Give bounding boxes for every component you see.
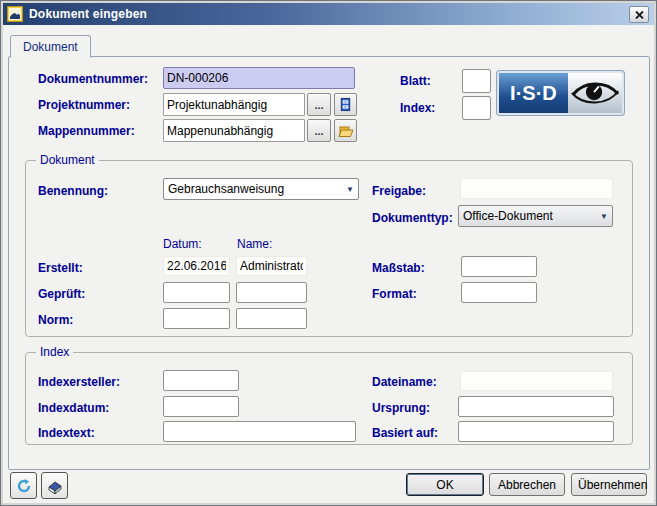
geprueft-label: Geprüft: (38, 287, 85, 301)
basiert-auf-input[interactable] (458, 421, 614, 442)
cabinet-icon (338, 97, 353, 112)
close-icon (635, 11, 644, 19)
projekt-cabinet-button[interactable] (334, 93, 357, 116)
format-input[interactable] (461, 282, 537, 303)
erstellt-label: Erstellt: (38, 261, 83, 275)
mappennummer-label: Mappennummer: (38, 124, 135, 138)
blatt-input[interactable] (462, 69, 491, 93)
indexersteller-input[interactable] (163, 370, 239, 391)
mappen-folder-button[interactable] (334, 119, 357, 142)
cancel-button[interactable]: Abbrechen (489, 473, 565, 496)
norm-datum-input[interactable] (163, 308, 230, 329)
open-folder-icon (338, 124, 354, 138)
index-input[interactable] (462, 96, 491, 120)
erstellt-name-field (236, 256, 307, 276)
datum-column-header: Datum: (163, 237, 202, 251)
dokument-group-title: Dokument (36, 153, 99, 167)
projektnummer-label: Projektnummer: (38, 98, 130, 112)
benennung-value: Gebrauchsanweisung (168, 182, 342, 196)
isd-logo-text: I·S·D (499, 73, 568, 113)
chevron-down-icon: ▼ (346, 185, 354, 194)
ursprung-label: Ursprung: (372, 401, 430, 415)
benennung-combobox[interactable]: Gebrauchsanweisung ▼ (163, 178, 359, 200)
isd-eye-icon (568, 73, 622, 113)
tab-dokument[interactable]: Dokument (10, 35, 91, 58)
refresh-icon (16, 478, 32, 494)
isd-logo: I·S·D (497, 71, 624, 115)
dokumentnummer-label: Dokumentnummer: (38, 72, 148, 86)
dateiname-label: Dateiname: (372, 375, 437, 389)
freigabe-label: Freigabe: (372, 184, 426, 198)
indexdatum-label: Indexdatum: (38, 401, 109, 415)
blatt-label: Blatt: (400, 74, 431, 88)
eraser-button[interactable] (41, 472, 68, 499)
name-column-header: Name: (237, 237, 272, 251)
massstab-label: Maßstab: (372, 261, 425, 275)
erstellt-datum-field (163, 256, 230, 276)
dokumentnummer-input[interactable] (163, 67, 355, 89)
dateiname-field (460, 371, 613, 391)
mappennummer-input[interactable] (163, 119, 305, 142)
basiert-auf-label: Basiert auf: (372, 426, 438, 440)
freigabe-field (460, 178, 613, 199)
indexersteller-label: Indexersteller: (38, 375, 120, 389)
benennung-label: Benennung: (38, 184, 108, 198)
chevron-down-icon: ▼ (600, 212, 608, 221)
ursprung-input[interactable] (458, 396, 614, 417)
projektnummer-browse-button[interactable]: ... (307, 93, 331, 116)
massstab-input[interactable] (461, 256, 537, 277)
indextext-label: Indextext: (38, 426, 95, 440)
dialog-window: Dokument eingeben Dokument Dokumentnumme… (0, 0, 657, 506)
dokumenttyp-value: Office-Dokument (463, 209, 596, 223)
dokumenttyp-label: Dokumenttyp: (372, 211, 453, 225)
eraser-icon (47, 478, 63, 494)
apply-button[interactable]: Übernehmen (571, 473, 647, 496)
projektnummer-input[interactable] (163, 93, 305, 116)
mappennummer-browse-button[interactable]: ... (307, 119, 331, 142)
app-icon (7, 6, 23, 22)
norm-label: Norm: (38, 313, 73, 327)
indexdatum-input[interactable] (163, 396, 239, 417)
ok-button[interactable]: OK (406, 473, 484, 496)
format-label: Format: (372, 287, 417, 301)
geprueft-datum-input[interactable] (163, 282, 230, 303)
geprueft-name-input[interactable] (236, 282, 307, 303)
dokumenttyp-combobox[interactable]: Office-Dokument ▼ (458, 205, 613, 227)
indextext-input[interactable] (163, 421, 356, 442)
norm-name-input[interactable] (236, 308, 307, 329)
refresh-button[interactable] (10, 472, 37, 499)
window-title: Dokument eingeben (29, 7, 147, 21)
index-group-title: Index (36, 345, 73, 359)
index-label: Index: (400, 101, 435, 115)
titlebar: Dokument eingeben (3, 3, 654, 25)
close-button[interactable] (629, 6, 649, 23)
